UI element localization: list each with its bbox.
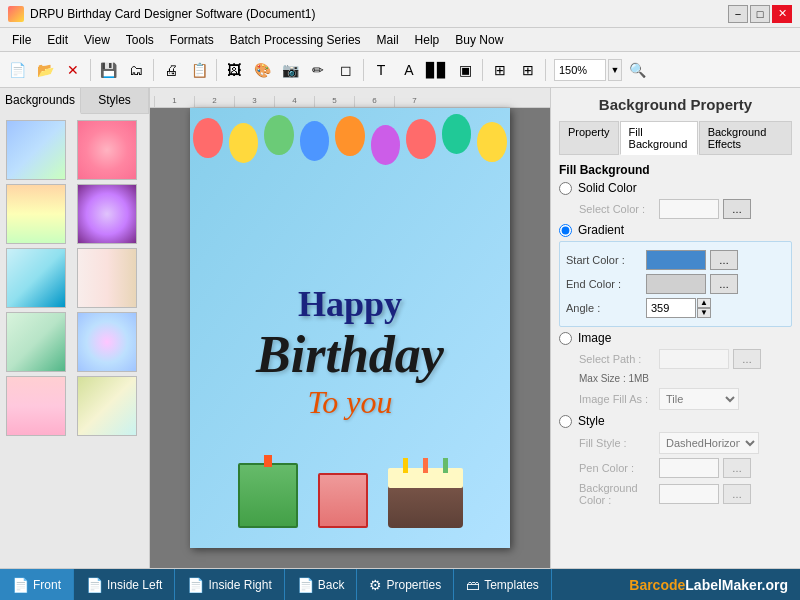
card-content: Happy Birthday To you bbox=[190, 108, 510, 548]
tab-background-effects[interactable]: Background Effects bbox=[699, 121, 792, 155]
background-thumb-6[interactable] bbox=[77, 248, 137, 308]
background-thumb-5[interactable] bbox=[6, 248, 66, 308]
app-icon bbox=[8, 6, 24, 22]
inside-right-icon: 📄 bbox=[187, 577, 204, 593]
tab-front[interactable]: 📄 Front bbox=[0, 569, 74, 600]
solid-color-preview[interactable] bbox=[659, 199, 719, 219]
fill-style-select[interactable]: DashedHorizontal bbox=[659, 432, 759, 454]
menu-tools[interactable]: Tools bbox=[118, 31, 162, 49]
angle-input[interactable] bbox=[646, 298, 696, 318]
bg-color-row: Background Color : … bbox=[559, 482, 792, 506]
zoom-out-button[interactable]: 🔍 bbox=[624, 57, 650, 83]
solid-color-browse[interactable]: … bbox=[723, 199, 751, 219]
image-fill-label: Image Fill As : bbox=[579, 393, 659, 405]
bg-color-browse[interactable]: … bbox=[723, 484, 751, 504]
panel-title: Background Property bbox=[559, 96, 792, 113]
zoom-input[interactable] bbox=[554, 59, 606, 81]
tab-styles[interactable]: Styles bbox=[81, 88, 149, 113]
barcode-button[interactable]: ▊▊ bbox=[424, 57, 450, 83]
background-thumb-3[interactable] bbox=[6, 184, 66, 244]
table-button[interactable]: ⊞ bbox=[487, 57, 513, 83]
panel-tabs: Backgrounds Styles bbox=[0, 88, 149, 114]
tab-front-label: Front bbox=[33, 578, 61, 592]
background-thumb-1[interactable] bbox=[6, 120, 66, 180]
tab-back[interactable]: 📄 Back bbox=[285, 569, 358, 600]
printpreview-button[interactable]: 📋 bbox=[186, 57, 212, 83]
background-thumb-4[interactable] bbox=[77, 184, 137, 244]
maximize-button[interactable]: □ bbox=[750, 5, 770, 23]
main-layout: Backgrounds Styles 1 2 3 4 5 6 7 bbox=[0, 88, 800, 568]
happy-text: Happy bbox=[190, 283, 510, 325]
toyou-text: To you bbox=[190, 384, 510, 421]
titlebar: DRPU Birthday Card Designer Software (Do… bbox=[0, 0, 800, 28]
close-button[interactable]: ✕ bbox=[772, 5, 792, 23]
app-title: DRPU Birthday Card Designer Software (Do… bbox=[30, 7, 315, 21]
tab-property[interactable]: Property bbox=[559, 121, 619, 155]
tab-templates-label: Templates bbox=[484, 578, 539, 592]
wordart-button[interactable]: A bbox=[396, 57, 422, 83]
brand-highlight: Barcode bbox=[629, 577, 685, 593]
background-thumb-8[interactable] bbox=[77, 312, 137, 372]
menu-formats[interactable]: Formats bbox=[162, 31, 222, 49]
angle-label: Angle : bbox=[566, 302, 646, 314]
gradient-radio[interactable] bbox=[559, 224, 572, 237]
pen-color-preview[interactable] bbox=[659, 458, 719, 478]
save-button[interactable]: 💾 bbox=[95, 57, 121, 83]
qrcode-button[interactable]: ▣ bbox=[452, 57, 478, 83]
max-size-label: Max Size : 1MB bbox=[559, 373, 792, 384]
menu-buynow[interactable]: Buy Now bbox=[447, 31, 511, 49]
minimize-button[interactable]: − bbox=[728, 5, 748, 23]
path-browse[interactable]: … bbox=[733, 349, 761, 369]
bg-color-preview[interactable] bbox=[659, 484, 719, 504]
pen-button[interactable]: ✏ bbox=[305, 57, 331, 83]
pen-color-label: Pen Color : bbox=[579, 462, 659, 474]
open-button[interactable]: 📂 bbox=[32, 57, 58, 83]
image-fill-select[interactable]: Tile bbox=[659, 388, 739, 410]
clipart-button[interactable]: 🎨 bbox=[249, 57, 275, 83]
background-thumb-2[interactable] bbox=[77, 120, 137, 180]
photo-button[interactable]: 📷 bbox=[277, 57, 303, 83]
menu-edit[interactable]: Edit bbox=[39, 31, 76, 49]
print-button[interactable]: 🖨 bbox=[158, 57, 184, 83]
angle-spinner: ▲ ▼ bbox=[697, 298, 711, 318]
image-radio[interactable] bbox=[559, 332, 572, 345]
saveas-button[interactable]: 🗂 bbox=[123, 57, 149, 83]
background-thumb-7[interactable] bbox=[6, 312, 66, 372]
tab-inside-left[interactable]: 📄 Inside Left bbox=[74, 569, 175, 600]
start-color-preview[interactable] bbox=[646, 250, 706, 270]
shape-button[interactable]: ◻ bbox=[333, 57, 359, 83]
tab-inside-right[interactable]: 📄 Inside Right bbox=[175, 569, 284, 600]
end-color-preview[interactable] bbox=[646, 274, 706, 294]
bottom-bar: 📄 Front 📄 Inside Left 📄 Inside Right 📄 B… bbox=[0, 568, 800, 600]
grid-button[interactable]: ⊞ bbox=[515, 57, 541, 83]
menu-mail[interactable]: Mail bbox=[369, 31, 407, 49]
fill-style-label: Fill Style : bbox=[579, 437, 659, 449]
angle-up[interactable]: ▲ bbox=[697, 298, 711, 308]
background-thumb-9[interactable] bbox=[6, 376, 66, 436]
tab-backgrounds[interactable]: Backgrounds bbox=[0, 88, 81, 114]
zoom-down[interactable]: ▼ bbox=[608, 59, 622, 81]
style-radio[interactable] bbox=[559, 415, 572, 428]
inside-left-icon: 📄 bbox=[86, 577, 103, 593]
tab-back-label: Back bbox=[318, 578, 345, 592]
menu-help[interactable]: Help bbox=[407, 31, 448, 49]
pen-color-browse[interactable]: … bbox=[723, 458, 751, 478]
menu-file[interactable]: File bbox=[4, 31, 39, 49]
tab-properties[interactable]: ⚙ Properties bbox=[357, 569, 454, 600]
menu-view[interactable]: View bbox=[76, 31, 118, 49]
tab-fill-background[interactable]: Fill Background bbox=[620, 121, 698, 155]
close-doc-button[interactable]: ✕ bbox=[60, 57, 86, 83]
background-thumb-10[interactable] bbox=[77, 376, 137, 436]
path-input[interactable] bbox=[659, 349, 729, 369]
angle-down[interactable]: ▼ bbox=[697, 308, 711, 318]
tab-templates[interactable]: 🗃 Templates bbox=[454, 569, 552, 600]
text-button[interactable]: T bbox=[368, 57, 394, 83]
image-fill-row: Image Fill As : Tile bbox=[559, 388, 792, 410]
end-color-browse[interactable]: … bbox=[710, 274, 738, 294]
menu-batch[interactable]: Batch Processing Series bbox=[222, 31, 369, 49]
start-color-browse[interactable]: … bbox=[710, 250, 738, 270]
solid-color-radio[interactable] bbox=[559, 182, 572, 195]
new-button[interactable]: 📄 bbox=[4, 57, 30, 83]
toolbar: 📄 📂 ✕ 💾 🗂 🖨 📋 🖼 🎨 📷 ✏ ◻ T A ▊▊ ▣ ⊞ ⊞ ▼ 🔍 bbox=[0, 52, 800, 88]
image-button[interactable]: 🖼 bbox=[221, 57, 247, 83]
